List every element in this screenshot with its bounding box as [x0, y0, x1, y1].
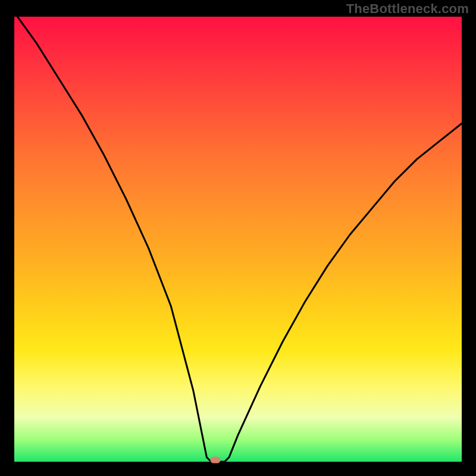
chart-frame: TheBottleneck.com [0, 0, 476, 476]
optimum-marker [211, 457, 221, 464]
curve-svg [14, 17, 462, 462]
bottleneck-curve-path [14, 17, 462, 462]
plot-area [14, 17, 462, 462]
watermark-text: TheBottleneck.com [346, 1, 469, 17]
